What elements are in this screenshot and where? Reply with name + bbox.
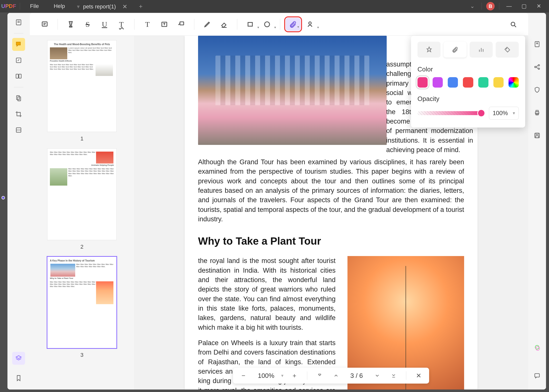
tab-close-icon[interactable]: ✕ — [119, 3, 130, 10]
right-rail — [528, 13, 546, 390]
comments-panel-button[interactable] — [531, 369, 544, 382]
svg-rect-35 — [536, 133, 538, 135]
color-swatch-pink[interactable] — [417, 77, 428, 88]
attachment-button[interactable] — [286, 18, 301, 31]
page-tools-button[interactable] — [12, 92, 25, 105]
thumb-subtitle: Possible Health Effects — [50, 60, 114, 62]
callout-button[interactable] — [174, 18, 189, 31]
sign-button[interactable] — [303, 18, 317, 31]
separator — [406, 371, 406, 380]
collapse-icon[interactable]: ⌄ — [470, 3, 475, 9]
thumb-image — [50, 168, 67, 186]
menu-file[interactable]: File — [23, 3, 46, 9]
crop-button[interactable] — [12, 108, 25, 121]
annotation-toolbar: S U T T — [30, 13, 528, 36]
share-button[interactable] — [531, 61, 544, 73]
next-page-button[interactable] — [372, 370, 383, 381]
thumbnail-number: 1 — [39, 135, 125, 142]
export-button[interactable] — [531, 38, 544, 51]
layers-button[interactable] — [12, 352, 25, 365]
svg-point-37 — [536, 347, 540, 350]
pencil-button[interactable] — [200, 18, 215, 31]
svg-rect-32 — [536, 110, 538, 112]
window-minimize-icon[interactable]: — — [504, 1, 514, 11]
shape-circle-button[interactable] — [260, 18, 274, 31]
redact-button[interactable] — [12, 124, 25, 136]
user-avatar[interactable]: B — [486, 2, 495, 10]
app-body: S U T T The Health and Mood-Boosting Ben… — [7, 13, 546, 390]
slider-knob[interactable] — [478, 110, 484, 116]
underline-button[interactable]: U — [97, 18, 112, 31]
paragraph: Although the Grand Tour has been examine… — [198, 157, 464, 224]
color-swatch-purple[interactable] — [433, 77, 443, 88]
separator — [134, 19, 135, 30]
close-bar-button[interactable]: ✕ — [413, 370, 424, 381]
zoom-in-button[interactable]: + — [289, 370, 300, 381]
left-handle[interactable] — [1, 196, 5, 199]
squiggly-button[interactable]: T — [114, 18, 129, 31]
thumbnail-panel[interactable]: The Health and Mood-Boosting Benefits of… — [30, 36, 134, 390]
zoom-out-button[interactable]: − — [238, 370, 249, 381]
page-controls: − 100% ▾ + 3 / 6 ✕ — [233, 368, 429, 384]
paragraph: the royal land is the most sought after … — [198, 256, 336, 332]
color-swatch-red[interactable] — [463, 77, 473, 88]
color-swatch-blue[interactable] — [448, 77, 458, 88]
reader-mode-button[interactable] — [12, 16, 25, 29]
print-button[interactable] — [531, 106, 544, 119]
underline-icon: U — [102, 20, 107, 29]
opacity-value[interactable]: 100% ▾ — [489, 107, 519, 120]
menu-help[interactable]: Help — [46, 3, 72, 9]
app-logo[interactable]: UPDF — [0, 0, 17, 12]
thumb-image — [96, 281, 113, 304]
separator — [237, 19, 237, 30]
strikethrough-button[interactable]: S — [80, 18, 95, 31]
bookmark-button[interactable] — [12, 372, 25, 385]
ai-button[interactable] — [531, 341, 544, 354]
edit-button[interactable] — [12, 54, 25, 67]
last-page-button[interactable] — [388, 370, 399, 381]
color-swatch-yellow[interactable] — [493, 77, 504, 88]
rail-divider — [14, 33, 23, 33]
opacity-slider[interactable] — [417, 111, 484, 115]
paperclip-tab[interactable] — [444, 42, 467, 58]
textbox-button[interactable] — [157, 18, 172, 31]
tab-caret-icon: ▾ — [77, 3, 80, 10]
thumbnail-page-2[interactable]: filler filler filler filler filler fille… — [47, 148, 117, 240]
svg-rect-16 — [248, 22, 252, 26]
sticky-note-button[interactable] — [37, 18, 52, 31]
shape-rect-button[interactable] — [243, 18, 258, 31]
page-indicator[interactable]: 3 / 6 — [347, 372, 366, 380]
thumbnail-page-1[interactable]: The Health and Mood-Boosting Benefits of… — [47, 40, 117, 132]
window-maximize-icon[interactable]: ▢ — [519, 1, 529, 11]
thumb-subtitle: Why to Take a Plant Tour — [50, 277, 114, 279]
svg-rect-9 — [42, 22, 47, 26]
window-controls: ⌄ B — ▢ ✕ — [470, 1, 549, 11]
pin-tab[interactable] — [417, 42, 441, 58]
zoom-value[interactable]: 100% — [254, 372, 278, 380]
comment-mode-button[interactable] — [12, 38, 25, 51]
new-tab-button[interactable]: ＋ — [135, 2, 147, 10]
thumb-subtitle: Animals Helping People — [50, 164, 114, 166]
highlight-button[interactable] — [63, 18, 78, 31]
svg-line-20 — [515, 26, 516, 27]
organize-button[interactable] — [12, 70, 25, 83]
graph-tab[interactable] — [470, 42, 493, 58]
document-tab[interactable]: ▾ pets report(1) ✕ — [72, 1, 135, 12]
search-button[interactable] — [506, 18, 521, 31]
save-button[interactable] — [531, 129, 544, 142]
separator — [307, 371, 307, 380]
window-close-icon[interactable]: ✕ — [534, 1, 544, 11]
text-button[interactable]: T — [140, 18, 155, 31]
thumb-image — [50, 47, 67, 59]
eraser-button[interactable] — [217, 18, 232, 31]
thumbnail-page-3[interactable]: A Key Phase in the History of Tourism fi… — [47, 257, 117, 348]
prev-page-button[interactable] — [330, 370, 341, 381]
svg-rect-12 — [69, 26, 72, 27]
chevron-down-icon[interactable]: ▾ — [281, 373, 283, 378]
color-swatches — [417, 77, 519, 88]
color-swatch-custom[interactable] — [509, 77, 519, 88]
protect-button[interactable] — [531, 83, 544, 96]
first-page-button[interactable] — [314, 370, 325, 381]
tag-tab[interactable] — [496, 42, 519, 58]
color-swatch-green[interactable] — [478, 77, 488, 88]
